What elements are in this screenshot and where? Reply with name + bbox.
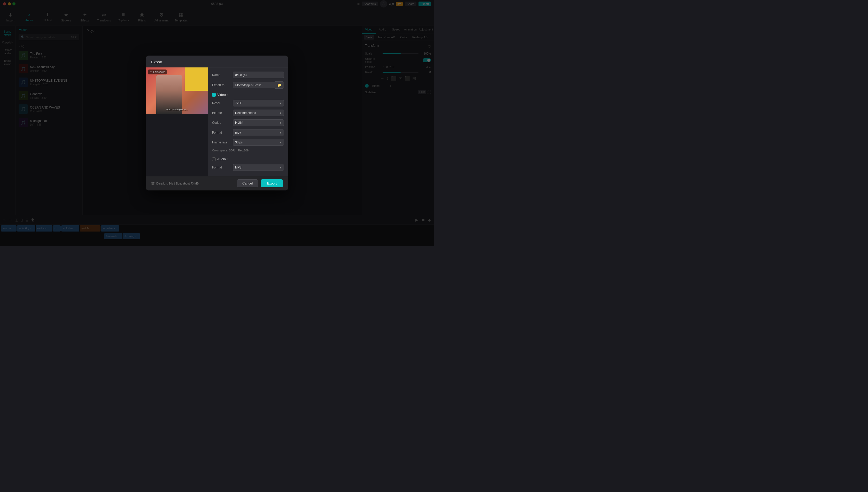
modal-header: Export	[146, 55, 288, 68]
preview-towel	[185, 68, 208, 91]
audio-format-row: Format MP3 AAC WAV ▼	[212, 164, 284, 171]
modal-body: POV: When your a... ✏ Edit cover Name Ex…	[146, 68, 288, 176]
format-select-wrapper: mp4 mov avi ▼	[233, 129, 284, 136]
format-select[interactable]: mp4 mov avi	[233, 129, 284, 136]
resolution-row: Resol... 360P 480P 720P 1080P 2K 4K ▼	[212, 100, 284, 106]
resolution-label: Resol...	[212, 101, 233, 105]
export-to-row: Export to /Users/topgus/Deskt... 📁	[212, 81, 284, 89]
export-path-text: /Users/topgus/Deskt...	[233, 82, 275, 88]
preview-image: POV: When your a...	[146, 68, 208, 114]
modal-title: Export	[151, 60, 162, 64]
edit-icon: ✏	[150, 71, 152, 73]
bitrate-select-wrapper: Low Medium Recommended High ▼	[233, 109, 284, 116]
codec-row: Codec H.264 H.265 ProRes ▼	[212, 119, 284, 126]
video-info-icon[interactable]: ℹ	[227, 93, 229, 97]
audio-info-icon[interactable]: ℹ	[227, 157, 229, 161]
codec-select[interactable]: H.264 H.265 ProRes	[233, 119, 284, 126]
export-modal: Export POV: When your a... ✏ Edit c	[146, 55, 288, 191]
modal-footer: 🎬 Duration: 24s | Size: about 73 MB Canc…	[146, 176, 288, 191]
bitrate-row: Bit rate Low Medium Recommended High ▼	[212, 109, 284, 116]
codec-select-wrapper: H.264 H.265 ProRes ▼	[233, 119, 284, 126]
framerate-row: Frame rate 24fps 25fps 30fps 60fps ▼	[212, 139, 284, 146]
bitrate-select[interactable]: Low Medium Recommended High	[233, 109, 284, 116]
format-label: Format	[212, 131, 233, 134]
cancel-button[interactable]: Cancel	[237, 179, 258, 187]
audio-format-select-wrapper: MP3 AAC WAV ▼	[233, 164, 284, 171]
framerate-select-wrapper: 24fps 25fps 30fps 60fps ▼	[233, 139, 284, 146]
modal-overlay[interactable]: Export POV: When your a... ✏ Edit c	[0, 0, 434, 246]
footer-actions: Cancel Export	[237, 179, 283, 187]
framerate-select[interactable]: 24fps 25fps 30fps 60fps	[233, 139, 284, 146]
modal-preview: POV: When your a... ✏ Edit cover	[146, 68, 208, 176]
path-wrapper: /Users/topgus/Deskt... 📁	[233, 81, 284, 89]
folder-browse-button[interactable]: 📁	[275, 81, 284, 89]
modal-settings: Name Export to /Users/topgus/Deskt... 📁 …	[208, 68, 288, 176]
video-section-header: ✓ Video ℹ	[212, 93, 284, 97]
bitrate-label: Bit rate	[212, 111, 233, 115]
audio-format-label: Format	[212, 166, 233, 169]
export-to-label: Export to	[212, 83, 233, 87]
audio-section-header: Audio ℹ	[212, 157, 284, 161]
name-input[interactable]	[233, 72, 284, 78]
preview-caption: POV: When your a...	[167, 108, 187, 111]
audio-section-label: Audio	[217, 157, 226, 161]
film-icon: 🎬	[151, 182, 155, 185]
framerate-label: Frame rate	[212, 141, 233, 144]
footer-info: 🎬 Duration: 24s | Size: about 73 MB	[151, 182, 199, 185]
format-row: Format mp4 mov avi ▼	[212, 129, 284, 136]
duration-size-text: Duration: 24s | Size: about 73 MB	[156, 182, 199, 185]
video-section-label: Video	[217, 93, 226, 97]
color-space-text: Color space: SDR – Rec.709	[212, 149, 284, 152]
codec-label: Codec	[212, 121, 233, 125]
resolution-select-wrapper: 360P 480P 720P 1080P 2K 4K ▼	[233, 100, 284, 106]
audio-format-select[interactable]: MP3 AAC WAV	[233, 164, 284, 171]
video-checkbox[interactable]: ✓	[212, 93, 216, 97]
name-label: Name	[212, 73, 233, 77]
resolution-select[interactable]: 360P 480P 720P 1080P 2K 4K	[233, 100, 284, 106]
edit-cover-button[interactable]: ✏ Edit cover	[148, 70, 167, 74]
export-submit-button[interactable]: Export	[261, 179, 283, 187]
audio-checkbox[interactable]	[212, 157, 216, 161]
name-row: Name	[212, 72, 284, 78]
